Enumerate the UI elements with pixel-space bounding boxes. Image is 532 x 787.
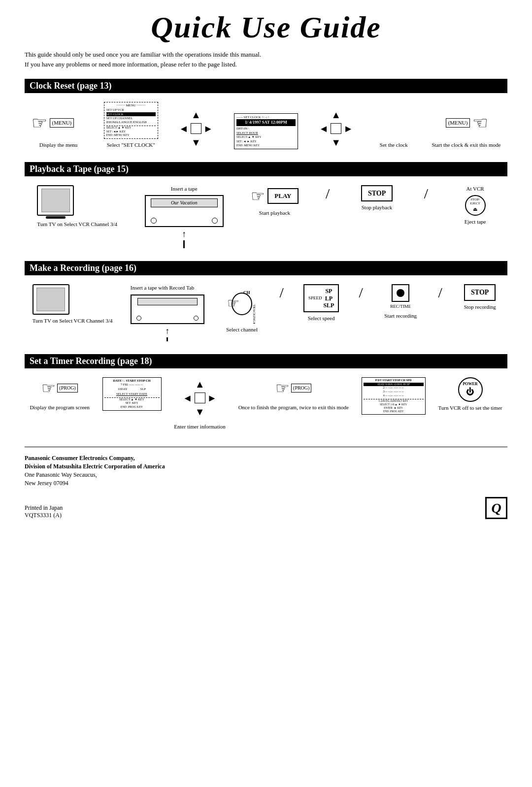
eject-button[interactable]: STOP/EJECT ⏏ [465,195,486,216]
step-power-off: POWER ⏻ Turn VCR off to set the timer [438,377,502,412]
step-insert-tape-rec: Insert a tape with Record Tab ↑ [131,284,204,341]
svg-text:☞: ☞ [227,295,239,311]
step-start-recording: REC/TIME Start recording [381,284,420,320]
display-menu-label: Display the menu [39,141,78,149]
timer-screen-box: DATE↑↓ START STOP CH 7 FRI --:-- --:-- -… [102,377,162,411]
section-clock-reset: Clock Reset (page 13) ☞ (MENU) Display t… [25,79,507,153]
divider-rec-stop: / [438,284,442,301]
display-program-label: Display the program screen [30,404,89,411]
clock-display-box: ------ SET CLOCK ↑/ -↓↑ 1/ 4/1997 SAT 12… [234,113,298,149]
division-name: Division of Matsushita Electric Corporat… [25,463,507,470]
insert-tape-top-label: Insert a tape [171,185,198,193]
step-nav-clock: ▲ ◄ ► ▼ [176,108,216,149]
select-set-clock-label: Select "SET CLOCK" [107,141,155,149]
step-turn-tv-rec: Turn TV on Select VCR Channel 3/4 [33,284,113,325]
step-turn-tv: Turn TV on Select VCR Channel 3/4 [37,185,117,228]
step-display-menu: ☞ (MENU) Display the menu [32,107,86,149]
svg-text:CH: CH [243,290,250,295]
step-set-clock: Set the clock [374,139,413,149]
set-clock-label: Set the clock [380,141,408,149]
step-select-set-clock: ·········· MENU ·········· SET UP VCR SE… [104,102,158,149]
menu-label-right-icon: (MENU) [446,118,470,128]
section-header-recording: Make a Recording (page 16) [25,261,507,275]
section-header-clock-reset: Clock Reset (page 13) [25,79,507,93]
start-recording-label: Start recording [384,312,417,320]
power-button[interactable]: POWER ⏻ [458,377,483,402]
step-stop-recording: STOP Stop recording [460,284,499,311]
menu-label-icon: (MENU) [50,118,74,128]
footer: Panasonic Consumer Electronics Company, … [25,455,507,519]
step-nav-timer: ▲ ◄ ► ▼ Enter timer information [174,377,225,430]
print-line2: VQTS3331 (A) [25,512,63,519]
step-insert-tape: Insert a tape Our Vacation ↑ [145,185,224,249]
divider-speed-rec: / [359,284,363,301]
footer-bottom-row: Printed in Japan VQTS3331 (A) Q [25,497,507,519]
prog-confirm-label: Once to finish the program, twice to exi… [238,404,349,411]
turn-tv-rec-label: Turn TV on Select VCR Channel 3/4 [33,317,113,325]
at-vcr-label: At VCR [466,185,484,193]
svg-text:TRACKING►: TRACKING► [252,304,256,324]
select-channel-label: Select channel [226,326,258,333]
hand-play-icon: ☞ [251,185,265,207]
footer-print-block: Printed in Japan VQTS3331 (A) [25,504,63,519]
stop-playback-label: Stop playback [362,204,393,211]
q-logo: Q [485,497,507,519]
subtitle: This guide should only be used once you … [25,50,507,69]
step-display-program: ☞ (PROG) Display the program screen [30,377,89,411]
section-header-playback: Playback a Tape (page 15) [25,162,507,176]
timer-confirm-box: P DT START STOP CH SPD 1DAY 9:00A 12:00A… [362,377,426,415]
page-title: Quick Use Guide [25,10,507,45]
step-prog-confirm: ☞ (PROG) Once to finish the program, twi… [238,377,349,411]
section-playback: Playback a Tape (page 15) Turn TV on Sel… [25,162,507,253]
rec-time-label: REC/TIME [390,303,411,310]
step-select-channel: CH TRACKING► ☞ Select channel [222,284,262,333]
hand-prog-icon: ☞ [41,377,56,399]
play-button[interactable]: PLAY [267,188,298,204]
step-nav-clock2: ▲ ◄ ► ▼ [316,108,356,149]
channel-knob-icon: CH TRACKING► ☞ [225,284,259,324]
address-line2: New Jersey 07094 [25,480,507,487]
hand-menu-icon: ☞ [32,111,47,135]
step-start-clock: (MENU) ☞ Start the clock & exit this mod… [432,107,500,149]
power-off-label: Turn VCR off to set the timer [438,404,502,412]
start-clock-label: Start the clock & exit this mode [432,141,500,149]
step-timer-display: DATE↑↓ START STOP CH 7 FRI --:-- --:-- -… [102,377,162,411]
stop-recording-label: Stop recording [464,303,496,311]
print-line1: Printed in Japan [25,504,63,512]
eject-label: Eject tape [465,218,486,226]
section-recording: Make a Recording (page 16) Turn TV on Se… [25,261,507,345]
divider-play-stop: / [326,185,330,202]
step-timer-confirm: P DT START STOP CH SPD 1DAY 9:00A 12:00A… [362,377,426,415]
step-clock-display: ------ SET CLOCK ↑/ -↓↑ 1/ 4/1997 SAT 12… [234,113,298,149]
section-timer: Set a Timer Recording (page 18) ☞ (PROG)… [25,354,507,434]
step-select-speed: SPEED SP LP SLP Select speed [301,284,341,323]
company-name: Panasonic Consumer Electronics Company, [25,455,507,462]
stop-rec-button[interactable]: STOP [464,284,496,301]
address-line1: One Panasonic Way Secaucus, [25,471,507,479]
insert-tape-rec-top-label: Insert a tape with Record Tab [131,284,194,292]
step-stop-playback: STOP Stop playback [357,185,397,212]
divider-ch-speed: / [279,284,283,301]
hand-menu-right-icon: ☞ [472,111,488,135]
footer-divider [25,447,507,447]
start-playback-label: Start playback [259,209,290,217]
stop-button[interactable]: STOP [361,185,393,202]
turn-tv-label: Turn TV on Select VCR Channel 3/4 [37,221,117,228]
divider-stop-eject: / [424,185,428,202]
section-header-timer: Set a Timer Recording (page 18) [25,354,507,368]
menu-screen-box: ·········· MENU ·········· SET UP VCR SE… [104,102,158,139]
step-play: ☞ PLAY Start playback [251,185,298,217]
hand-prog2-icon: ☞ [275,377,290,399]
select-speed-label: Select speed [308,315,335,322]
enter-timer-label: Enter timer information [174,423,225,430]
step-eject: At VCR STOP/EJECT ⏏ Eject tape [456,185,495,226]
